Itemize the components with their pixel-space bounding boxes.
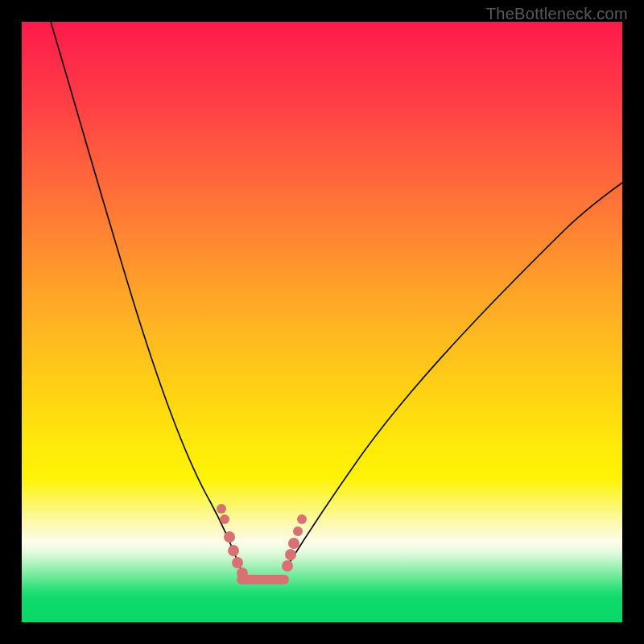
watermark-text: TheBottleneck.com xyxy=(486,5,628,23)
marker-dot xyxy=(282,560,293,572)
marker-dot xyxy=(220,514,229,524)
marker-dot xyxy=(224,531,235,543)
marker-dot xyxy=(232,557,243,568)
right-curve xyxy=(287,183,622,566)
chart-svg xyxy=(22,22,622,622)
marker-dot xyxy=(228,545,239,556)
plot-area xyxy=(22,22,622,622)
marker-dot xyxy=(297,514,307,524)
left-curve xyxy=(51,22,242,571)
marker-dot xyxy=(288,538,299,549)
marker-dot xyxy=(237,568,248,579)
chart-frame: TheBottleneck.com xyxy=(0,0,644,644)
marker-dot xyxy=(217,504,226,514)
marker-dot xyxy=(285,549,296,560)
marker-dot xyxy=(293,526,303,536)
